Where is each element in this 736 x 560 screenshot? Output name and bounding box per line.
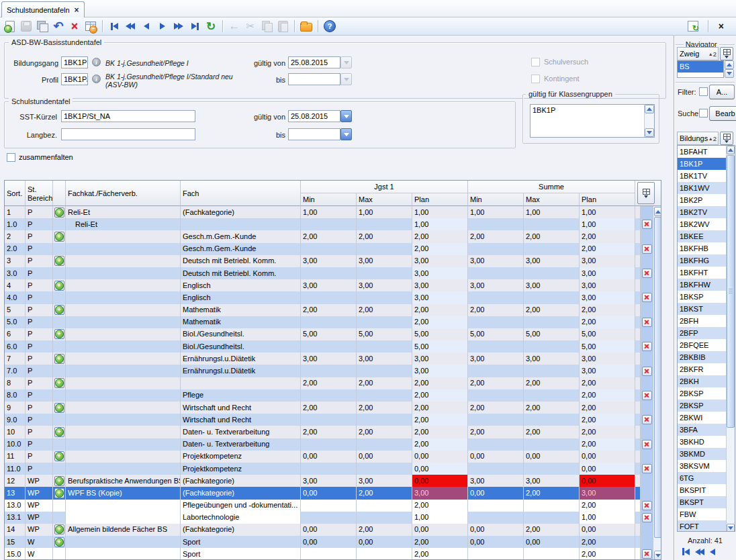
- expand-row-button[interactable]: [54, 232, 64, 242]
- bildungsgang-input[interactable]: 1BK1P: [61, 56, 88, 68]
- expand-row-button[interactable]: [54, 256, 64, 266]
- nav-prev-icon[interactable]: [710, 549, 715, 555]
- list-item[interactable]: BKSPT: [678, 496, 727, 508]
- table-row[interactable]: 7PErnährungsl.u.Diätetik3,003,003,003,00…: [5, 353, 653, 365]
- spin-up-icon[interactable]: [725, 60, 734, 69]
- list-item[interactable]: 3BKHD: [678, 436, 727, 448]
- list-item[interactable]: 6TG: [678, 472, 727, 484]
- new-record-icon[interactable]: [3, 19, 17, 34]
- list-item[interactable]: BS: [678, 61, 723, 73]
- tab-schulstundentafeln[interactable]: Schulstundentafeln ×: [1, 1, 85, 17]
- table-row[interactable]: 3.0PDeutsch mit Betriebl. Komm.3,003,00×: [5, 267, 653, 279]
- profil-input[interactable]: 1BK1P/: [61, 73, 88, 85]
- filter-checkbox[interactable]: [699, 87, 708, 96]
- table-row[interactable]: 13.0WPPflegeübungen und -dokumentati...2…: [5, 500, 653, 512]
- scroll-up-icon[interactable]: [654, 207, 661, 216]
- delete-row-button[interactable]: ×: [642, 513, 652, 522]
- scroll-down-icon[interactable]: [654, 551, 661, 560]
- scrollbar-thumb[interactable]: [727, 155, 735, 428]
- list-item[interactable]: 3BKSVM: [678, 460, 727, 472]
- delete-row-button[interactable]: ×: [642, 244, 652, 254]
- list-item[interactable]: 1BKFHB: [678, 242, 727, 254]
- table-row[interactable]: 10.0PDaten- u. Textverarbeitung2,002,00×: [5, 438, 653, 451]
- undo-icon[interactable]: [51, 19, 66, 34]
- scroll-down-icon[interactable]: [645, 128, 654, 137]
- bis-input[interactable]: [288, 128, 340, 140]
- list-item[interactable]: 2BKSP: [678, 400, 727, 412]
- delete-row-button[interactable]: ×: [642, 342, 652, 351]
- list-item[interactable]: 1BKFHG: [678, 254, 727, 267]
- delete-row-button[interactable]: ×: [642, 269, 652, 278]
- help-icon[interactable]: [322, 19, 337, 34]
- table-row[interactable]: 13.1WPLabortechnologie1,001,00×: [5, 512, 653, 524]
- table-row[interactable]: 1.0PReli-Et1,001,00×: [5, 218, 653, 230]
- list-item[interactable]: 2BFQEE: [678, 339, 727, 351]
- table-row[interactable]: 4PEnglisch3,003,003,003,003,003,00: [5, 279, 653, 291]
- table-row[interactable]: 12WPBerufspraktische Anwendungen BS(Fach…: [5, 475, 653, 487]
- table-row[interactable]: 6PBiol./Gesundheitsl.5,005,005,005,005,0…: [5, 328, 653, 340]
- table-row[interactable]: 2.0PGesch.m.Gem.-Kunde2,002,00×: [5, 243, 653, 255]
- expand-row-button[interactable]: [54, 427, 64, 437]
- table-row[interactable]: 1PReli-Et(Fachkategorie)1,001,001,001,00…: [5, 206, 653, 218]
- list-item[interactable]: 2BKBIB: [678, 351, 727, 363]
- nav-prev-icon[interactable]: [139, 19, 154, 34]
- sst-kuerzel-input[interactable]: 1BK1P/St_NA: [61, 110, 195, 122]
- expand-row-button[interactable]: [54, 451, 64, 461]
- gueltig-von-dropdown[interactable]: [340, 110, 352, 122]
- gueltig-von-input[interactable]: 25.08.2015: [288, 56, 340, 68]
- table-row[interactable]: 5.0PMathematik2,002,00×: [5, 316, 653, 328]
- table-row[interactable]: 15.0WSport2,002,00×: [5, 548, 653, 560]
- table-row[interactable]: 4.0PEnglisch3,003,00×: [5, 291, 653, 304]
- list-item[interactable]: 2BKH: [678, 375, 727, 387]
- list-item[interactable]: 1BK2P: [678, 194, 727, 206]
- nav-last-icon[interactable]: [187, 19, 202, 34]
- table-row[interactable]: 9PWirtschaft und Recht2,002,002,002,002,…: [5, 402, 653, 414]
- delete-row-button[interactable]: ×: [642, 464, 652, 473]
- delete-row-button[interactable]: ×: [642, 220, 652, 229]
- delete-row-button[interactable]: ×: [642, 440, 652, 449]
- expand-row-button[interactable]: [54, 476, 64, 486]
- bis-input[interactable]: [288, 73, 340, 85]
- table-row[interactable]: 7.0PErnährungsl.u.Diätetik3,003,00×: [5, 365, 653, 377]
- list-scrollbar[interactable]: [726, 146, 735, 532]
- expand-row-button[interactable]: [54, 537, 64, 547]
- delete-row-button[interactable]: ×: [642, 501, 652, 510]
- expand-row-button[interactable]: [54, 329, 64, 339]
- expand-row-button[interactable]: [54, 524, 64, 534]
- list-item[interactable]: 3BKMD: [678, 448, 727, 460]
- langbez-input[interactable]: [61, 128, 195, 140]
- expand-row-button[interactable]: [54, 354, 64, 364]
- scroll-up-icon[interactable]: [645, 105, 654, 113]
- spin-down-icon[interactable]: [725, 69, 734, 78]
- klassengruppen-listbox[interactable]: 1BK1P: [530, 104, 655, 138]
- copy-record-icon[interactable]: [35, 19, 50, 34]
- list-item[interactable]: 2BKFR: [678, 363, 727, 375]
- gueltig-von-input[interactable]: 25.08.2015: [288, 110, 340, 122]
- table-row[interactable]: 6.0PBiol./Gesundheitsl.5,005,00×: [5, 340, 653, 353]
- nav-first-icon[interactable]: [107, 19, 122, 34]
- list-item[interactable]: 2BKSP: [678, 387, 727, 400]
- expand-row-button[interactable]: [54, 378, 64, 388]
- remove-table-icon[interactable]: [83, 19, 98, 34]
- delete-row-button[interactable]: ×: [642, 293, 652, 302]
- delete-row-button[interactable]: ×: [642, 415, 652, 424]
- expand-row-button[interactable]: [54, 207, 64, 218]
- table-row[interactable]: 11.0PProjektkompetenz0,000,00×: [5, 463, 653, 475]
- list-item[interactable]: 1BK2WV: [678, 218, 727, 230]
- bis-dropdown[interactable]: [340, 128, 352, 140]
- suche-checkbox[interactable]: [699, 109, 708, 118]
- delete-row-button[interactable]: ×: [642, 318, 652, 327]
- nav-fast-prev-icon[interactable]: [695, 549, 704, 555]
- nav-first-icon[interactable]: [682, 548, 690, 555]
- folder-icon[interactable]: [299, 19, 314, 34]
- zusammenfalten-checkbox[interactable]: [7, 153, 15, 162]
- table-row[interactable]: 3PDeutsch mit Betriebl. Komm.3,003,003,0…: [5, 255, 653, 267]
- list-item[interactable]: 1BK1TV: [678, 170, 727, 182]
- scroll-down-icon[interactable]: [727, 524, 735, 532]
- expand-row-button[interactable]: [54, 488, 64, 498]
- nav-fast-prev-icon[interactable]: [123, 19, 138, 34]
- table-row[interactable]: 9.0PWirtschaft und Recht2,002,00×: [5, 414, 653, 426]
- klassengruppen-scrollbar[interactable]: [644, 105, 654, 137]
- refresh-icon[interactable]: [203, 19, 218, 34]
- list-item[interactable]: 1BKST: [678, 303, 727, 315]
